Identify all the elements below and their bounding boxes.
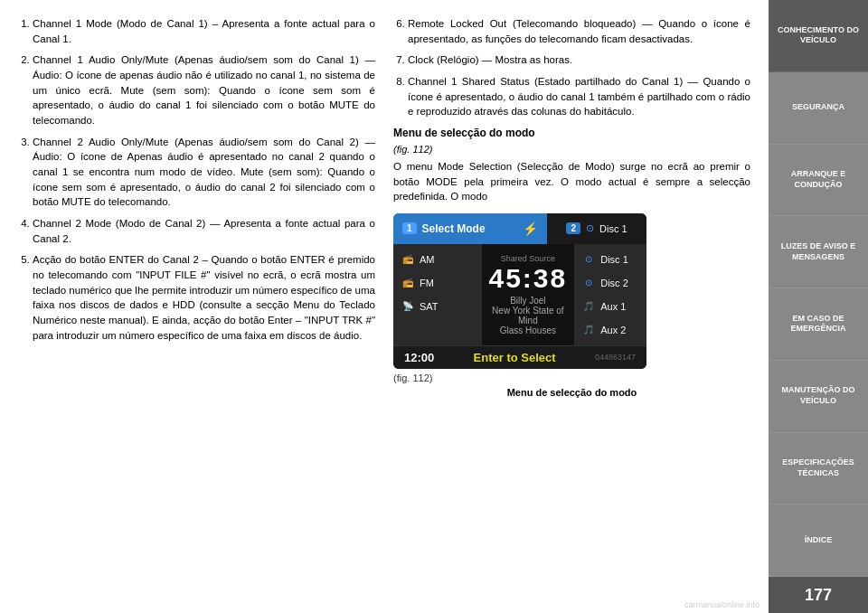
- enter-to-select: Enter to Select: [474, 351, 556, 364]
- sidebar-item-luzes-label: LUZES DE AVISO E MENSAGENS: [774, 241, 863, 262]
- shared-source-panel: Shared Source 45:38 Billy Joel New York …: [482, 244, 575, 345]
- sidebar-item-manutencao[interactable]: MANUTENÇÃO DO VEÍCULO: [769, 361, 868, 433]
- list-item-6: Remote Locked Out (Telecomando bloqueado…: [408, 16, 750, 46]
- sidebar-item-seguranca-label: SEGURANÇA: [792, 102, 844, 113]
- ui-screenshot: 1 Select Mode ⚡ 2 ⊙ Disc 1 📻: [393, 213, 646, 369]
- channel-2-badge: 2: [566, 222, 580, 234]
- sidebar-item-arranque-label: ARRANQUE E CONDUÇÃO: [774, 169, 863, 190]
- source-list-right: ⊙ Disc 1 ⊙ Disc 2 🎵 Aux 1 🎵: [574, 244, 646, 345]
- sidebar-item-seguranca[interactable]: SEGURANÇA: [769, 72, 868, 145]
- artist-label: Billy Joel: [510, 296, 545, 306]
- channel-1-badge: 1: [402, 222, 417, 234]
- fm-item[interactable]: 📻 FM: [393, 271, 482, 295]
- aux2-label: Aux 2: [600, 325, 626, 335]
- sidebar-item-conhecimento[interactable]: CONHECIMENTO DO VEÍCULO: [769, 0, 868, 72]
- sidebar-item-arranque[interactable]: ARRANQUE E CONDUÇÃO: [769, 145, 868, 217]
- sidebar-item-manutencao-label: MANUTENÇÃO DO VEÍCULO: [774, 385, 863, 406]
- aux1-icon: 🎵: [581, 299, 596, 314]
- sidebar-item-conhecimento-label: CONHECIMENTO DO VEÍCULO: [774, 25, 863, 46]
- sat-label: SAT: [420, 301, 439, 312]
- list-item-7: Clock (Relógio) — Mostra as horas.: [408, 52, 750, 68]
- fm-label: FM: [420, 278, 434, 288]
- source-list-left: 📻 AM 📻 FM 📡 SAT: [393, 244, 482, 345]
- page-number: 177: [769, 577, 868, 613]
- sidebar: CONHECIMENTO DO VEÍCULO SEGURANÇA ARRANQ…: [769, 0, 868, 613]
- sidebar-item-especificacoes-label: ESPECIFICAÇÕES TÉCNICAS: [774, 457, 863, 478]
- sat-icon: 📡: [401, 299, 415, 314]
- aux1-item[interactable]: 🎵 Aux 1: [574, 295, 646, 318]
- disc-1-header: 2 ⊙ Disc 1: [547, 213, 646, 244]
- disc2-item[interactable]: ⊙ Disc 2: [574, 271, 646, 295]
- section-title: Menu de selecção do modo: [393, 127, 750, 139]
- list-item-3: Channel 2 Audio Only/Mute (Apenas áudio/…: [33, 135, 375, 210]
- aux2-icon: 🎵: [581, 323, 596, 337]
- left-list: Channel 1 Mode (Modo de Canal 1) – Apres…: [18, 16, 375, 343]
- sidebar-item-emergencia-label: EM CASO DE EMERGÊNCIA: [774, 314, 863, 335]
- list-item-8: Channel 1 Shared Status (Estado partilha…: [408, 74, 750, 119]
- list-item-2: Channel 1 Audio Only/Mute (Apenas áudio/…: [33, 52, 375, 127]
- am-label: AM: [420, 254, 435, 265]
- sidebar-item-luzes[interactable]: LUZES DE AVISO E MENSAGENS: [769, 216, 868, 288]
- time-display: 45:38: [489, 265, 568, 292]
- sat-item[interactable]: 📡 SAT: [393, 295, 482, 318]
- fm-icon: 📻: [401, 276, 415, 290]
- main-content: Channel 1 Mode (Modo de Canal 1) – Apres…: [0, 0, 769, 613]
- select-mode-header: 1 Select Mode ⚡: [393, 213, 547, 244]
- disc1-item[interactable]: ⊙ Disc 1: [574, 248, 646, 271]
- fig-title: Menu de selecção do modo: [393, 387, 750, 398]
- list-item-1: Channel 1 Mode (Modo de Canal 1) – Apres…: [33, 16, 375, 46]
- section-body: O menu Mode Selection (Selecção de Modo)…: [393, 159, 750, 204]
- right-column: Remote Locked Out (Telecomando bloqueado…: [393, 16, 750, 398]
- disc1-label: Disc 1: [600, 254, 628, 265]
- am-item[interactable]: 📻 AM: [393, 248, 482, 271]
- disc1-icon: ⊙: [581, 252, 596, 267]
- product-code: 044863147: [595, 353, 636, 362]
- shared-source-label: Shared Source: [501, 254, 555, 263]
- time-left: 12:00: [404, 351, 434, 364]
- select-mode-label: Select Mode: [422, 222, 486, 235]
- bluetooth-icon: ⚡: [523, 222, 538, 236]
- disc2-label: Disc 2: [600, 278, 628, 288]
- list-item-5: Acção do botão ENTER do Canal 2 – Quando…: [33, 252, 375, 343]
- aux1-label: Aux 1: [600, 301, 626, 312]
- right-list: Remote Locked Out (Telecomando bloqueado…: [393, 16, 750, 119]
- aux2-item[interactable]: 🎵 Aux 2: [574, 318, 646, 342]
- bottom-bar: 12:00 Enter to Select 044863147: [393, 345, 646, 369]
- disc2-icon: ⊙: [581, 276, 596, 290]
- disc-icon-top: ⊙: [586, 222, 594, 234]
- disc-1-label-top: Disc 1: [599, 223, 627, 234]
- album-label: Glass Houses: [500, 325, 556, 335]
- sidebar-item-indice[interactable]: ÍNDICE: [769, 505, 868, 577]
- sidebar-item-especificacoes[interactable]: ESPECIFICAÇÕES TÉCNICAS: [769, 433, 868, 505]
- watermark: carmanualonline.info: [684, 600, 760, 609]
- fig-caption: (fig. 112): [393, 373, 750, 383]
- song-label: New York State of Mind: [489, 306, 568, 325]
- fig-ref-inline: (fig. 112): [393, 143, 750, 157]
- sidebar-item-emergencia[interactable]: EM CASO DE EMERGÊNCIA: [769, 288, 868, 361]
- am-icon: 📻: [401, 252, 415, 267]
- sidebar-item-indice-label: ÍNDICE: [805, 535, 833, 546]
- list-item-4: Channel 2 Mode (Modo de Canal 2) — Apres…: [33, 216, 375, 246]
- left-column: Channel 1 Mode (Modo de Canal 1) – Apres…: [18, 16, 375, 398]
